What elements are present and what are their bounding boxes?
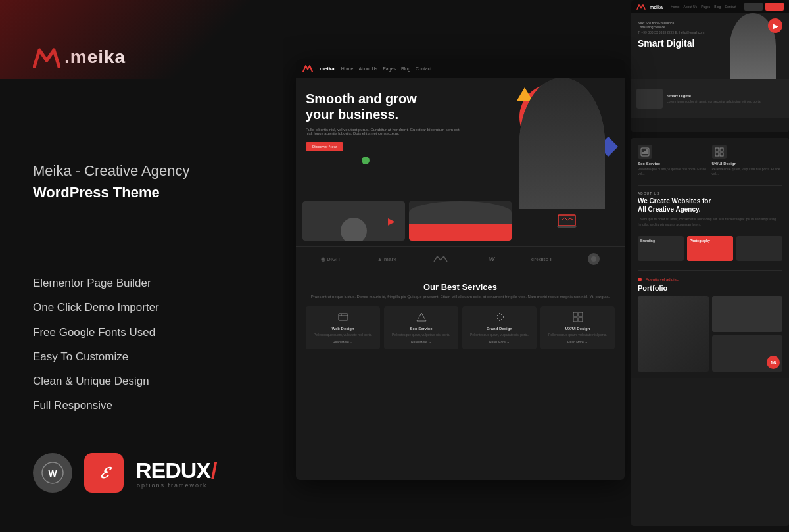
logo-area: .meika xyxy=(33,46,250,68)
svg-rect-11 xyxy=(579,318,583,322)
ms-logo-text: meika xyxy=(320,66,335,72)
ms-hero-person xyxy=(519,78,605,209)
redux-slash: / xyxy=(211,458,217,483)
trs-nav-links: Home About Us Pages Blog Contact xyxy=(671,5,736,9)
trs-info: Smart Digital Lorem ipsum dolor sit amet… xyxy=(667,94,784,103)
brs-portfolio-grid: 16 xyxy=(638,296,782,372)
ms-service-desc-web: Pellentesque quam, vulputate nisl porta. xyxy=(310,333,376,337)
trs-logo-icon xyxy=(636,3,646,10)
brs-service-row-1: Seo Service Pellentesque quam, vulputate… xyxy=(638,145,782,176)
ms-person-img xyxy=(519,78,605,209)
ms-logo-5: credito I xyxy=(531,256,552,262)
ux-icon xyxy=(573,312,583,322)
elementor-badge: 𝓔 xyxy=(84,453,124,493)
ms-read-more-seo: Read More → xyxy=(388,340,454,344)
ms-laptop-icon xyxy=(557,214,577,228)
ms-logo-6 xyxy=(588,253,600,265)
redux-text-row: REDUX / xyxy=(135,458,217,483)
brs-portfolio-right-col: 16 xyxy=(712,296,783,372)
svg-rect-10 xyxy=(573,318,577,322)
ms-services-grid: Web Design Pellentesque quam, vulputate … xyxy=(306,306,615,349)
brs-portfolio-item-2 xyxy=(712,296,783,332)
trs-signup-btn xyxy=(765,3,784,11)
trs-hero: Next Solution Excellence Consulting Serv… xyxy=(631,13,789,79)
ms-read-more-web: Read More → xyxy=(310,340,376,344)
ms-hero-title: Smooth and grow your business. xyxy=(306,91,476,122)
bottom-right-screenshot: Seo Service Pellentesque quam, vulputate… xyxy=(631,138,789,526)
ms-hero-button[interactable]: Discover Now xyxy=(306,142,343,151)
ms-logo-icon xyxy=(302,64,313,72)
ms-service-web: Web Design Pellentesque quam, vulputate … xyxy=(306,306,380,349)
brs-ux-desc: Pellentesque quam, vulputate nisl porta.… xyxy=(712,167,783,176)
redux-sub: options framework xyxy=(135,482,217,489)
redux-label: REDUX xyxy=(135,459,210,481)
svg-marker-7 xyxy=(417,313,426,321)
trs-logo: meika xyxy=(650,5,663,9)
brs-portfolio-item-1 xyxy=(638,296,709,372)
left-panel: .meika Meika - Creative Agency WordPress… xyxy=(0,0,283,532)
elementor-icon: 𝓔 xyxy=(100,464,108,482)
ms-logo-3-icon xyxy=(433,255,452,263)
trs-navbar: meika Home About Us Pages Blog Contact xyxy=(631,0,789,13)
brs-portfolio-label: Agentis vel adipisc. xyxy=(638,278,782,281)
trs-bottom: Smart Digital Lorem ipsum dolor sit amet… xyxy=(631,79,789,118)
ms-service-brand: Brand Design Pellentesque quam, vulputat… xyxy=(462,306,537,349)
brs-portfolio-title: Portfolio xyxy=(638,284,782,292)
trs-play-button[interactable]: ▶ xyxy=(768,18,782,33)
trs-login-btn xyxy=(744,3,763,11)
ms-service-desc-brand: Pellentesque quam, vulputate nisl porta. xyxy=(466,333,533,337)
ms-logo-1: ◉ DIGIT xyxy=(321,256,341,262)
ms-services-title: Our Best Services xyxy=(306,282,615,292)
brs-divider-2 xyxy=(638,270,782,271)
redux-badge-container: REDUX / options framework xyxy=(135,458,217,489)
ms-hero-subtitle: Fulle lobortis nisl, vel volutpat purus.… xyxy=(306,128,460,135)
ms-navbar: meika Home About Us Pages Blog Contact xyxy=(296,59,625,78)
brs-work-3 xyxy=(736,236,782,261)
theme-title-line1: Meika - Creative Agency xyxy=(33,160,250,181)
brs-inner: Seo Service Pellentesque quam, vulputate… xyxy=(631,138,789,378)
ms-service-name-ux: UX/UI Design xyxy=(544,327,611,331)
ms-service-seo: Seo Service Pellentesque quam, vulputate… xyxy=(384,306,458,349)
wordpress-badge: W xyxy=(33,453,72,493)
ms-service-name-web: Web Design xyxy=(310,327,376,331)
brs-ux-icon-box xyxy=(712,145,727,159)
brs-seo-icon xyxy=(640,147,650,157)
ms-service-ux: UX/UI Design Pellentesque quam, vulputat… xyxy=(540,306,615,349)
svg-rect-4 xyxy=(339,314,348,320)
ms-service-name-brand: Brand Design xyxy=(466,327,533,331)
wordpress-icon: W xyxy=(41,462,64,484)
ms-service-icon-seo xyxy=(388,312,454,324)
theme-title-area: Meika - Creative Agency WordPress Theme xyxy=(33,160,250,203)
brs-work-grid: Branding Photography xyxy=(638,236,782,261)
seo-icon xyxy=(416,312,427,322)
brs-about-title: We Create Websites for All Creative Agen… xyxy=(638,197,782,214)
ms-nav-links: Home About Us Pages Blog Contact xyxy=(341,66,431,71)
ms-read-more-ux: Read More → xyxy=(544,340,611,344)
svg-rect-18 xyxy=(715,153,719,156)
ms-img-2 xyxy=(409,201,512,241)
brs-portfolio-item-3: 16 xyxy=(712,335,783,372)
svg-rect-9 xyxy=(579,312,583,316)
main-screenshot: meika Home About Us Pages Blog Contact S… xyxy=(296,59,625,480)
trs-thumb xyxy=(636,89,663,109)
brs-divider-1 xyxy=(638,185,782,186)
feature-elementor: Elementor Page Builder xyxy=(33,274,250,292)
feature-demo: One Click Demo Importer xyxy=(33,299,250,316)
feature-responsive: Full Responsive xyxy=(33,397,250,414)
brs-top-services: Seo Service Pellentesque quam, vulputate… xyxy=(638,145,782,176)
trs-nav-buttons xyxy=(744,3,784,11)
ms-green-dot xyxy=(362,157,370,164)
brs-work-photo: Photography xyxy=(687,236,733,261)
ms-service-desc-seo: Pellentesque quam, vulputate nisl porta. xyxy=(388,333,454,337)
ms-logo-2: ▲ mark xyxy=(377,256,396,262)
svg-rect-3 xyxy=(558,215,575,226)
svg-rect-16 xyxy=(715,148,719,151)
logo-text: .meika xyxy=(64,47,126,68)
feature-fonts: Free Google Fonts Used xyxy=(33,324,250,341)
trs-play-icon: ▶ xyxy=(773,22,778,30)
trs-hero-title: Smart Digital xyxy=(638,38,725,49)
ms-service-icon-ux xyxy=(544,312,611,324)
brs-about-desc: Lorem ipsum dolor sit amet, consectetur … xyxy=(638,216,782,227)
ms-services-section: Our Best Services Praesent ut neque luct… xyxy=(296,272,625,359)
brs-about-section: ABOUT US We Create Websites for All Crea… xyxy=(638,191,782,227)
